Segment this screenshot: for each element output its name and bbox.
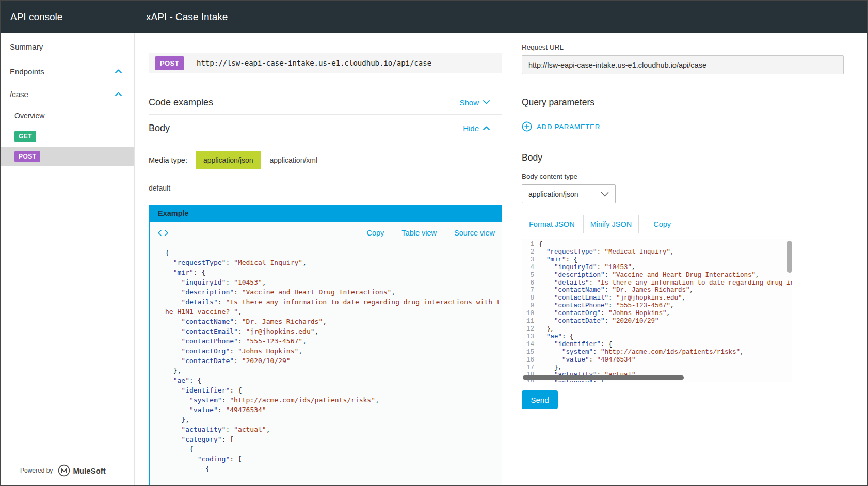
chevron-down-icon xyxy=(483,100,490,104)
sidebar: Summary Endpoints /case Overview GET POS… xyxy=(1,33,135,485)
example-toolbar: Copy Table view Source view xyxy=(150,222,502,244)
chevron-up-icon xyxy=(115,69,122,73)
sidebar-item-endpoints[interactable]: Endpoints xyxy=(1,60,134,83)
get-method-badge: GET xyxy=(14,131,36,142)
sidebar-footer: Powered by MuleSoft xyxy=(1,464,134,477)
source-view-button[interactable]: Source view xyxy=(454,229,495,237)
post-method-badge: POST xyxy=(14,151,40,162)
section-title: Code examples xyxy=(149,97,213,108)
body-editor[interactable]: 1{2 "requestType": "Medical Inquiry",3 "… xyxy=(522,239,792,382)
body-content-type-label: Body content type xyxy=(522,173,867,180)
copy-json-button[interactable]: Copy xyxy=(650,220,674,229)
body-toggle[interactable]: Hide xyxy=(463,124,490,133)
add-parameter-label: ADD PARAMETER xyxy=(537,123,600,131)
chevron-down-icon xyxy=(601,192,609,197)
example-header: Example xyxy=(150,205,502,222)
media-type-row: Media type: application/json application… xyxy=(149,151,502,169)
sidebar-item-label: Summary xyxy=(10,42,43,51)
editor-lines: 1{2 "requestType": "Medical Inquiry",3 "… xyxy=(522,239,792,382)
mulesoft-link[interactable]: MuleSoft xyxy=(58,464,105,477)
endpoint-url: http://lsw-eapi-case-intake.us-e1.cloudh… xyxy=(197,59,431,67)
code-view-icon[interactable] xyxy=(158,230,168,236)
sidebar-item-overview[interactable]: Overview xyxy=(1,105,134,126)
editor-actions: Format JSON Minify JSON Copy xyxy=(522,215,867,233)
body-title: Body xyxy=(522,152,867,163)
brand-name: MuleSoft xyxy=(73,466,105,475)
code-examples-toggle[interactable]: Show xyxy=(459,98,490,107)
sidebar-item-get[interactable]: GET xyxy=(1,126,134,147)
plus-circle-icon xyxy=(522,121,532,132)
sidebar-item-case[interactable]: /case xyxy=(1,83,134,105)
minify-json-button[interactable]: Minify JSON xyxy=(583,215,639,233)
endpoint-url-bar: POST http://lsw-eapi-case-intake.us-e1.c… xyxy=(149,53,502,73)
chevron-up-icon xyxy=(115,92,122,96)
media-type-option-json[interactable]: application/json xyxy=(196,151,261,169)
editor-vertical-scrollbar[interactable] xyxy=(787,241,792,273)
section-title: Body xyxy=(149,123,170,134)
add-parameter-button[interactable]: ADD PARAMETER xyxy=(522,121,600,132)
app-title: API console xyxy=(10,11,62,23)
chevron-up-icon xyxy=(483,126,490,130)
example-code: { "requestType": "Medical Inquiry", "mir… xyxy=(150,244,502,485)
code-examples-section-header: Code examples Show xyxy=(149,90,502,115)
toggle-label: Show xyxy=(459,98,479,107)
copy-button[interactable]: Copy xyxy=(366,229,384,237)
page-title: xAPI - Case Intake xyxy=(146,11,228,23)
example-block: Example Copy Table view Source view { "r… xyxy=(149,205,502,485)
topbar: API console xAPI - Case Intake xyxy=(1,1,867,33)
example-toolbar-links: Copy Table view Source view xyxy=(366,229,495,237)
body-section-header: Body Hide xyxy=(149,115,502,142)
main-panel: POST http://lsw-eapi-case-intake.us-e1.c… xyxy=(135,33,512,485)
query-parameters-title: Query parameters xyxy=(522,97,867,108)
sidebar-item-summary[interactable]: Summary xyxy=(1,33,134,60)
table-view-button[interactable]: Table view xyxy=(401,229,437,237)
sidebar-item-label: Overview xyxy=(14,112,44,120)
media-type-option-xml[interactable]: application/xml xyxy=(269,156,317,164)
request-panel: Request URL Query parameters ADD PARAMET… xyxy=(512,33,867,485)
api-console-window: API console xAPI - Case Intake Summary E… xyxy=(0,0,868,486)
select-value: application/json xyxy=(528,190,578,198)
sidebar-item-label: Endpoints xyxy=(10,67,44,76)
toggle-label: Hide xyxy=(463,124,479,133)
format-json-button[interactable]: Format JSON xyxy=(522,215,582,233)
sidebar-item-label: /case xyxy=(10,90,28,99)
post-method-badge: POST xyxy=(155,56,184,70)
request-url-label: Request URL xyxy=(522,43,867,51)
default-label: default xyxy=(149,184,502,192)
request-url-input[interactable] xyxy=(522,55,844,74)
send-button[interactable]: Send xyxy=(522,390,558,409)
mulesoft-logo-icon xyxy=(58,464,70,477)
media-type-label: Media type: xyxy=(149,156,187,164)
sidebar-item-post[interactable]: POST xyxy=(1,147,134,166)
body-content-type-select[interactable]: application/json xyxy=(522,184,616,203)
editor-horizontal-scrollbar[interactable] xyxy=(523,375,684,380)
powered-by-label: Powered by xyxy=(20,467,53,474)
